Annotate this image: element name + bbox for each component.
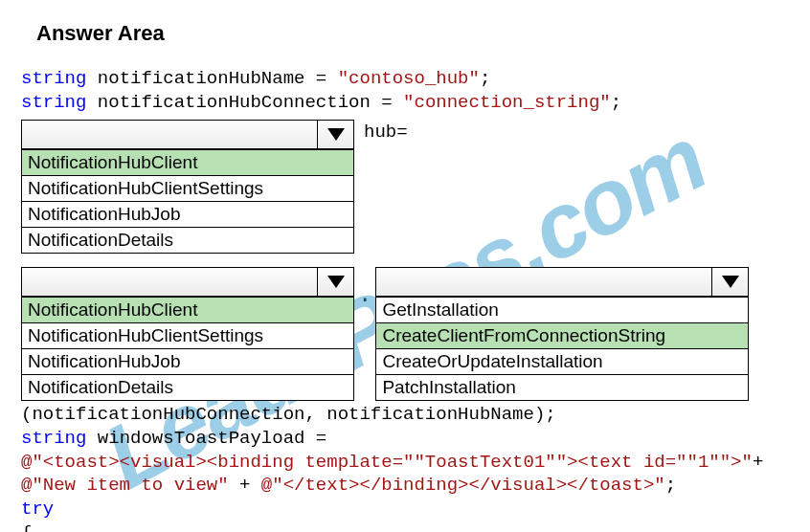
- dropdown-item[interactable]: NotificationHubClient: [22, 149, 353, 175]
- dropdown-arrow-box[interactable]: [711, 268, 748, 296]
- dropdown-item[interactable]: GetInstallation: [376, 297, 748, 322]
- string-literal: "contoso_hub": [338, 68, 480, 89]
- code-text: +: [753, 452, 763, 473]
- dropdown-arrow-box[interactable]: [317, 121, 353, 148]
- dropdown-header[interactable]: [22, 268, 353, 297]
- code-brace: {: [21, 522, 32, 532]
- code-text: ;: [480, 68, 490, 89]
- dropdown-item[interactable]: NotificationHubClientSettings: [22, 175, 353, 201]
- code-bottom-block: (notificationHubConnection, notification…: [21, 403, 789, 532]
- code-dot: .: [358, 282, 371, 308]
- code-text: (notificationHubConnection, notification…: [21, 404, 556, 425]
- code-line-2: string notificationHubConnection = "conn…: [21, 91, 789, 115]
- keyword-string: string: [21, 68, 86, 89]
- dropdown-header[interactable]: [376, 268, 748, 297]
- code-line-1: string notificationHubName = "contoso_hu…: [21, 67, 789, 91]
- dropdown-item[interactable]: NotificationHubJob: [22, 348, 353, 374]
- dropdown-item[interactable]: CreateClientFromConnectionString: [376, 322, 748, 348]
- keyword-string: string: [21, 428, 86, 449]
- string-literal: @"<toast><visual><binding template=""Toa…: [21, 452, 753, 473]
- dropdown-class-type-1[interactable]: NotificationHubClient NotificationHubCli…: [21, 120, 354, 254]
- dropdown-item[interactable]: NotificationHubJob: [22, 201, 353, 227]
- chevron-down-icon: [327, 276, 345, 288]
- answer-area-container: Answer Area string notificationHubName =…: [0, 0, 810, 532]
- row-dropdown-1: NotificationHubClient NotificationHubCli…: [21, 120, 789, 254]
- dropdown-item[interactable]: NotificationHubClientSettings: [22, 322, 353, 348]
- code-text: windowsToastPayload =: [86, 428, 326, 449]
- dropdown-arrow-box[interactable]: [317, 268, 353, 296]
- dropdown-item[interactable]: NotificationDetails: [22, 227, 353, 253]
- dropdown-item[interactable]: PatchInstallation: [376, 374, 748, 400]
- string-literal: @"New item to view": [21, 475, 229, 496]
- string-literal: @"</text></binding></visual></toast>": [261, 475, 665, 496]
- code-text: +: [229, 475, 261, 496]
- chevron-down-icon: [327, 128, 345, 141]
- keyword-try: try: [21, 499, 54, 520]
- dropdown-class-type-2[interactable]: NotificationHubClient NotificationHubCli…: [21, 267, 354, 401]
- page-title: Answer Area: [36, 21, 789, 46]
- dropdown-method[interactable]: GetInstallation CreateClientFromConnecti…: [375, 267, 749, 401]
- string-literal: "connection_string": [403, 92, 611, 113]
- dropdown-header[interactable]: [22, 121, 353, 149]
- row-dropdown-2: NotificationHubClient NotificationHubCli…: [21, 267, 789, 401]
- dropdown-item[interactable]: NotificationDetails: [22, 374, 353, 400]
- code-text: notificationHubName =: [86, 68, 337, 89]
- code-text: ;: [665, 475, 676, 496]
- code-text: ;: [611, 92, 621, 113]
- dropdown-item[interactable]: NotificationHubClient: [22, 297, 353, 322]
- code-text: notificationHubConnection =: [86, 92, 403, 113]
- chevron-down-icon: [722, 276, 739, 288]
- code-hub-equals: hub=: [354, 120, 408, 143]
- dropdown-item[interactable]: CreateOrUpdateInstallation: [376, 348, 748, 374]
- keyword-string: string: [21, 92, 86, 113]
